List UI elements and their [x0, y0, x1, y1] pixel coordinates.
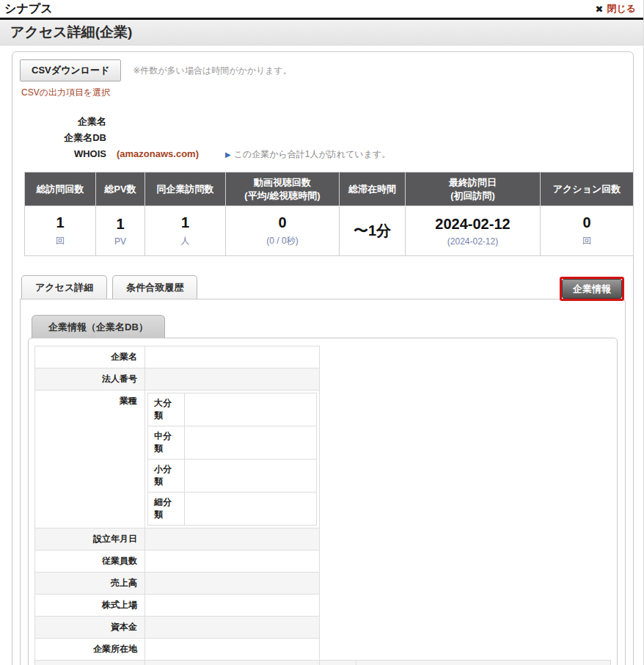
- info-row-established: 設立年月日: [35, 528, 611, 550]
- stats-header-last-visit-date: 最終訪問日(初回訪問): [406, 172, 541, 206]
- company-info-box: 企業名 法人番号 業種 大分類: [28, 338, 618, 665]
- stats-header-row: 総訪問回数 総PV数 同企業訪問数 動画視聴回数(平均/総視聴時間) 総滞在時間…: [25, 172, 634, 206]
- main-panel: CSVダウンロード ※件数が多い場合は時間がかかります。 CSVの出力項目を選択…: [12, 51, 634, 665]
- fax-value: [356, 661, 611, 665]
- company-info-table: 企業名 法人番号 業種 大分類: [34, 346, 611, 665]
- company-info-button[interactable]: 企業情報: [562, 279, 622, 299]
- csv-download-button[interactable]: CSVダウンロード: [20, 59, 121, 81]
- highlight-annotation-company-info: 企業情報: [560, 277, 624, 301]
- summary-row-whois: WHOIS (amazonaws.com) ▶この企業から合計1人が訪れています…: [20, 146, 626, 163]
- info-value: [185, 493, 317, 526]
- tabs-row: アクセス詳細 条件合致履歴 企業情報: [20, 275, 626, 299]
- info-row-industry: 業種 大分類 中分類: [35, 390, 611, 528]
- page-root: シナプス ✖ 閉じる アクセス詳細(企業) CSVダウンロード ※件数が多い場合…: [0, 0, 644, 665]
- app-title: シナプス: [4, 1, 53, 17]
- stats-header-video-views: 動画視聴回数(平均/総視聴時間): [226, 172, 340, 206]
- info-row-revenue: 売上高: [35, 573, 611, 595]
- visit-note: ▶この企業から合計1人が訪れています。: [225, 146, 390, 163]
- industry-row-middle: 中分類: [148, 426, 317, 459]
- info-value: [145, 528, 320, 550]
- stats-header-total-pv: 総PV数: [96, 172, 145, 206]
- company-info-section-title: 企業情報（企業名DB）: [32, 315, 165, 338]
- stats-value-total-visits: 1回: [25, 206, 96, 256]
- info-value: [145, 550, 320, 573]
- stats-value-total-pv: 1PV: [96, 206, 145, 256]
- info-value: [185, 459, 317, 493]
- info-value: [185, 393, 317, 426]
- stats-value-last-visit-date: 2024-02-12(2024-02-12): [406, 206, 541, 256]
- close-icon: ✖: [595, 4, 603, 15]
- industry-row-detail: 細分類: [148, 493, 317, 526]
- info-row-capital: 資本金: [35, 617, 611, 639]
- company-info-section: 企業情報（企業名DB） 企業名 法人番号 業種: [28, 314, 618, 665]
- summary-label: 企業名DB: [20, 130, 106, 146]
- info-row-employees: 従業員数: [35, 550, 611, 573]
- visit-note-text: この企業から合計1人が訪れています。: [234, 149, 391, 159]
- industry-row-minor: 小分類: [148, 459, 317, 493]
- info-value: [145, 639, 320, 661]
- info-value: [145, 595, 320, 617]
- top-header: シナプス ✖ 閉じる: [0, 0, 643, 20]
- info-row-tel-fax: TEL FAX: [35, 661, 611, 665]
- page-title-bar: アクセス詳細(企業): [0, 20, 643, 46]
- summary-row-company-name: 企業名: [20, 114, 626, 130]
- info-value: [145, 573, 320, 595]
- stats-value-row: 1回 1PV 1人 0(0 / 0秒) 〜1分 2024-02-12(2024-…: [25, 206, 634, 256]
- industry-row-major: 大分類: [148, 393, 317, 426]
- tab-content-box: 企業情報（企業名DB） 企業名 法人番号 業種: [20, 299, 626, 665]
- info-row-company-name: 企業名: [35, 346, 611, 368]
- csv-row: CSVダウンロード ※件数が多い場合は時間がかかります。: [20, 59, 626, 81]
- company-summary: 企業名 企業名DB WHOIS (amazonaws.com) ▶この企業から合…: [20, 114, 626, 163]
- summary-row-company-name-db: 企業名DB: [20, 130, 626, 146]
- stats-value-video-views: 0(0 / 0秒): [226, 206, 340, 256]
- tab-condition-match-history[interactable]: 条件合致履歴: [112, 275, 197, 299]
- industry-sub-table: 大分類 中分類 小分類: [147, 393, 317, 526]
- info-row-stock-listing: 株式上場: [35, 595, 611, 617]
- stats-header-total-visits: 総訪問回数: [25, 172, 96, 206]
- close-label: 閉じる: [607, 2, 636, 15]
- summary-label: WHOIS: [20, 146, 106, 163]
- whois-domain-link[interactable]: (amazonaws.com): [117, 146, 199, 163]
- info-value: [185, 426, 317, 459]
- stats-header-action-count: アクション回数: [541, 172, 634, 206]
- info-row-address: 企業所在地: [35, 639, 611, 661]
- stats-value-action-count: 0回: [541, 206, 634, 256]
- csv-output-select-link[interactable]: CSVの出力項目を選択: [21, 87, 110, 99]
- tel-value: [145, 661, 320, 665]
- stats-header-same-company-visits: 同企業訪問数: [145, 172, 226, 206]
- stats-value-total-stay-time: 〜1分: [340, 206, 406, 256]
- info-value: [145, 617, 320, 639]
- close-button[interactable]: ✖ 閉じる: [595, 2, 636, 15]
- info-value: [145, 368, 320, 390]
- triangle-arrow-icon: ▶: [225, 150, 231, 159]
- page-title: アクセス詳細(企業): [10, 23, 132, 42]
- stats-table: 総訪問回数 総PV数 同企業訪問数 動画視聴回数(平均/総視聴時間) 総滞在時間…: [24, 172, 634, 256]
- stats-header-total-stay-time: 総滞在時間: [340, 172, 406, 206]
- summary-label: 企業名: [20, 114, 106, 130]
- info-row-corporate-number: 法人番号: [35, 368, 611, 390]
- stats-value-same-company-visits: 1人: [145, 206, 226, 256]
- csv-note: ※件数が多い場合は時間がかかります。: [133, 65, 292, 77]
- info-value: [145, 346, 320, 368]
- tab-access-detail[interactable]: アクセス詳細: [21, 275, 107, 299]
